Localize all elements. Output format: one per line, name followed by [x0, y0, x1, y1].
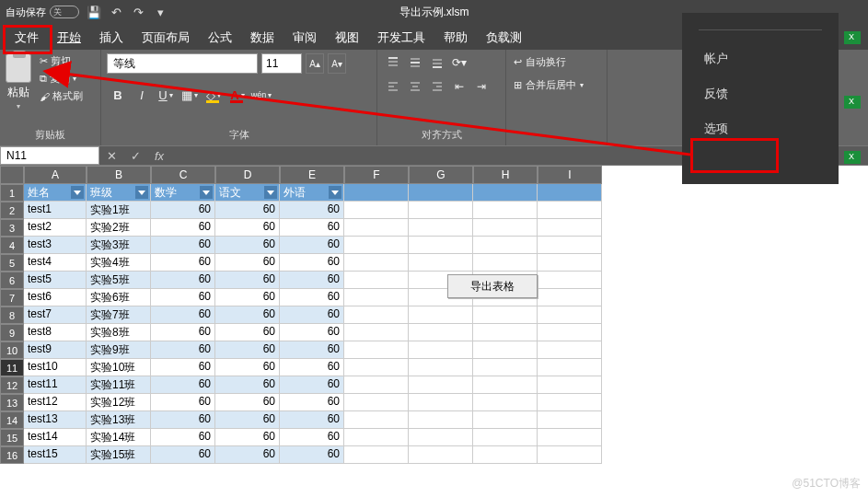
cell[interactable]: 60	[215, 324, 280, 341]
cell[interactable]: 60	[151, 272, 215, 289]
row-header[interactable]: 13	[0, 394, 24, 411]
cell[interactable]: 60	[215, 429, 280, 446]
menu-layout[interactable]: 页面布局	[133, 26, 199, 50]
cell[interactable]: 60	[215, 202, 280, 219]
cell[interactable]: 实验12班	[87, 394, 151, 411]
cell[interactable]: 实验14班	[87, 429, 151, 446]
row-header[interactable]: 10	[0, 341, 24, 359]
cell[interactable]: test9	[24, 341, 87, 359]
cell[interactable]: 60	[280, 394, 344, 411]
row-header[interactable]: 11	[0, 359, 24, 376]
cell[interactable]	[344, 446, 409, 464]
cell[interactable]	[344, 272, 409, 289]
cell[interactable]: 60	[280, 341, 344, 359]
save-icon[interactable]: 💾	[87, 5, 101, 19]
cell[interactable]	[538, 237, 602, 254]
cell[interactable]: 60	[151, 411, 215, 429]
cell[interactable]	[344, 411, 409, 429]
cell[interactable]	[409, 184, 473, 202]
decrease-font-button[interactable]: A▾	[328, 53, 346, 74]
col-header[interactable]: G	[409, 166, 473, 184]
col-header[interactable]: C	[151, 166, 215, 184]
menu-formula[interactable]: 公式	[199, 26, 241, 50]
cell[interactable]	[473, 184, 538, 202]
cell[interactable]: 60	[280, 254, 344, 272]
cell[interactable]: test4	[24, 254, 87, 272]
cell[interactable]: 60	[215, 394, 280, 411]
cell[interactable]	[538, 272, 602, 289]
cell[interactable]	[344, 341, 409, 359]
cell[interactable]: 60	[151, 446, 215, 464]
increase-font-button[interactable]: A▴	[306, 53, 324, 74]
row-header[interactable]: 8	[0, 306, 24, 324]
orientation-button[interactable]: ⟳▾	[449, 53, 469, 72]
col-header[interactable]: D	[215, 166, 280, 184]
merge-center-button[interactable]: ⊞合并后居中 ▾	[512, 76, 601, 94]
fx-button[interactable]: fx	[147, 149, 171, 163]
cell[interactable]	[473, 237, 538, 254]
cell[interactable]: 60	[151, 324, 215, 341]
cell[interactable]	[473, 202, 538, 219]
table-header-cell[interactable]: 班级	[87, 184, 151, 202]
cell[interactable]: 60	[151, 202, 215, 219]
underline-button[interactable]: U▾	[155, 85, 177, 105]
accept-formula-button[interactable]: ✓	[123, 149, 147, 163]
table-header-cell[interactable]: 数学	[151, 184, 215, 202]
font-size-input[interactable]	[261, 53, 302, 74]
cell[interactable]: 60	[215, 306, 280, 324]
cell[interactable]: test6	[24, 289, 87, 306]
cell[interactable]: test11	[24, 376, 87, 394]
cell[interactable]	[409, 359, 473, 376]
menu-insert[interactable]: 插入	[90, 26, 133, 50]
cell[interactable]: 60	[280, 272, 344, 289]
undo-icon[interactable]: ↶	[109, 5, 123, 19]
align-left-button[interactable]	[383, 77, 403, 96]
cell[interactable]: 实验3班	[87, 237, 151, 254]
cell[interactable]: 60	[151, 219, 215, 237]
cell[interactable]	[344, 254, 409, 272]
cell[interactable]	[473, 254, 538, 272]
cell[interactable]: 实验11班	[87, 376, 151, 394]
cut-button[interactable]: ✂剪切	[37, 53, 86, 69]
cell[interactable]: test14	[24, 429, 87, 446]
select-all-corner[interactable]	[0, 166, 24, 184]
col-header[interactable]: A	[24, 166, 87, 184]
cell[interactable]: test2	[24, 219, 87, 237]
cell[interactable]: 60	[151, 429, 215, 446]
cell[interactable]: 60	[280, 376, 344, 394]
cell[interactable]	[473, 306, 538, 324]
cell[interactable]	[344, 237, 409, 254]
cell[interactable]	[538, 184, 602, 202]
fill-color-button[interactable]: ◇▾	[203, 85, 225, 105]
cell[interactable]: 60	[280, 359, 344, 376]
cell[interactable]	[473, 359, 538, 376]
row-header[interactable]: 1	[0, 184, 24, 202]
cell[interactable]: 60	[215, 219, 280, 237]
cell[interactable]: 60	[280, 219, 344, 237]
col-header[interactable]: B	[87, 166, 151, 184]
export-table-button[interactable]: 导出表格	[447, 274, 538, 298]
filter-dropdown-icon[interactable]	[200, 186, 213, 199]
cell[interactable]: 60	[151, 376, 215, 394]
cell[interactable]: test13	[24, 411, 87, 429]
cell[interactable]: 60	[280, 446, 344, 464]
cell[interactable]	[538, 376, 602, 394]
cancel-formula-button[interactable]: ✕	[99, 149, 123, 163]
cell[interactable]: 60	[280, 237, 344, 254]
cell[interactable]	[473, 429, 538, 446]
cell[interactable]: test1	[24, 202, 87, 219]
cell[interactable]	[538, 411, 602, 429]
cell[interactable]	[538, 446, 602, 464]
cell[interactable]: test5	[24, 272, 87, 289]
cell[interactable]	[473, 376, 538, 394]
filter-dropdown-icon[interactable]	[329, 186, 341, 199]
spreadsheet-grid[interactable]: A B C D E F G H I 1姓名班级数学语文外语2test1实验1班6…	[0, 166, 602, 464]
cell[interactable]	[473, 341, 538, 359]
cell[interactable]	[409, 394, 473, 411]
cell[interactable]: 60	[215, 376, 280, 394]
cell[interactable]	[538, 289, 602, 306]
cell[interactable]	[409, 429, 473, 446]
table-header-cell[interactable]: 姓名	[24, 184, 87, 202]
menu-load[interactable]: 负载测	[477, 26, 531, 50]
cell[interactable]: 60	[215, 289, 280, 306]
